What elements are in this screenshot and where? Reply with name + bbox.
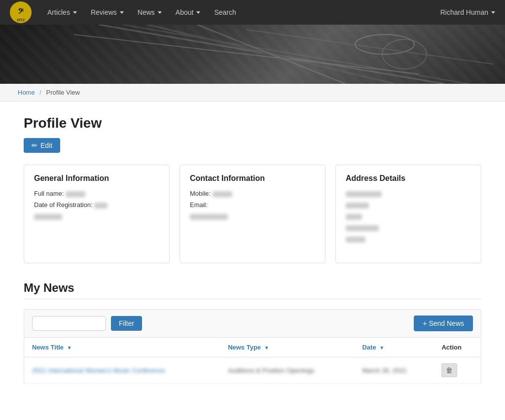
nav-news[interactable]: News <box>132 4 168 20</box>
reg-date-row: Date of Registration: <box>34 201 159 209</box>
address-line3-value <box>346 214 362 220</box>
email-row: Email: <box>190 201 315 209</box>
news-type-sort-icon: ▼ <box>264 345 269 350</box>
articles-caret-icon <box>73 11 77 14</box>
reg-date-label: Date of Registration: <box>34 201 93 209</box>
row-date: March 26, 2021 <box>354 357 433 384</box>
my-news-title: My News <box>24 281 481 295</box>
address-line1 <box>346 190 471 197</box>
user-name: Richard Human <box>440 8 488 16</box>
general-info-title: General Information <box>34 174 159 183</box>
email-label: Email: <box>190 201 208 209</box>
news-title-sort-icon: ▼ <box>67 345 72 350</box>
send-news-button[interactable]: + Send News <box>414 315 473 331</box>
reg-date-detail <box>34 212 159 220</box>
address-line5 <box>346 235 471 243</box>
nav-links: Articles Reviews News About Search <box>41 4 440 20</box>
full-name-row: Full name: <box>34 190 159 197</box>
address-details-card: Address Details <box>335 165 481 263</box>
address-line2 <box>346 201 471 209</box>
svg-line-6 <box>74 35 419 74</box>
col-news-type[interactable]: News Type ▼ <box>220 338 354 357</box>
row-type-value: Auditions & Position Openings <box>228 367 314 374</box>
filter-button[interactable]: Filter <box>111 316 142 331</box>
trash-icon: 🗑 <box>446 366 453 374</box>
full-name-value <box>66 191 85 197</box>
address-line5-value <box>346 237 365 243</box>
nav-search[interactable]: Search <box>208 4 242 20</box>
address-line2-value <box>346 203 369 209</box>
about-caret-icon <box>196 11 200 14</box>
nav-about[interactable]: About <box>170 4 207 20</box>
breadcrumb-current: Profile View <box>46 89 80 96</box>
section-divider <box>24 299 481 299</box>
nav-articles[interactable]: Articles <box>41 4 83 20</box>
general-info-card: General Information Full name: Date of R… <box>24 165 170 263</box>
profile-cards: General Information Full name: Date of R… <box>24 165 481 263</box>
mobile-row: Mobile: <box>190 190 315 197</box>
date-sort-icon: ▼ <box>379 345 384 350</box>
row-title: 2021 International Women's Music Confere… <box>24 357 220 384</box>
pencil-icon: ✏ <box>32 141 37 149</box>
row-title-link[interactable]: 2021 International Women's Music Confere… <box>32 367 165 374</box>
news-caret-icon <box>158 11 162 14</box>
hero-decoration <box>0 25 505 84</box>
address-line1-value <box>346 191 382 197</box>
user-caret-icon <box>491 11 495 14</box>
svg-line-4 <box>123 25 469 84</box>
col-date[interactable]: Date ▼ <box>354 338 433 357</box>
email-value <box>190 214 228 220</box>
full-name-label: Full name: <box>34 190 64 197</box>
table-header-row: News Title ▼ News Type ▼ Date ▼ Action <box>24 338 481 357</box>
col-news-title[interactable]: News Title ▼ <box>24 338 220 357</box>
mobile-value <box>213 191 232 197</box>
col-action: Action <box>433 338 481 357</box>
reviews-caret-icon <box>120 11 124 14</box>
breadcrumb: Home / Profile View <box>0 84 505 102</box>
row-action: 🗑 <box>433 357 481 384</box>
address-line4 <box>346 224 471 231</box>
address-details-title: Address Details <box>346 174 471 183</box>
svg-point-9 <box>355 35 414 54</box>
email-value-row <box>190 212 315 220</box>
nav-reviews[interactable]: Reviews <box>85 4 130 20</box>
news-search-input[interactable] <box>32 316 106 331</box>
delete-button[interactable]: 🗑 <box>441 363 457 377</box>
reg-date-detail-value <box>34 214 62 220</box>
breadcrumb-separator: / <box>39 89 41 96</box>
page-title: Profile View <box>24 115 481 131</box>
edit-button[interactable]: ✏ Edit <box>24 138 60 153</box>
navbar: 𝄢 OTJ Articles Reviews News About Search… <box>0 0 505 25</box>
address-line3 <box>346 212 471 220</box>
table-row: 2021 International Women's Music Confere… <box>24 357 481 384</box>
news-toolbar: Filter + Send News <box>24 309 481 338</box>
site-logo[interactable]: 𝄢 OTJ <box>10 1 32 23</box>
news-table: News Title ▼ News Type ▼ Date ▼ Action 2… <box>24 338 481 384</box>
svg-text:𝄢: 𝄢 <box>18 7 24 17</box>
main-content: Profile View ✏ Edit General Information … <box>6 102 499 397</box>
row-type: Auditions & Position Openings <box>220 357 354 384</box>
contact-info-card: Contact Information Mobile: Email: <box>180 165 325 263</box>
svg-text:OTJ: OTJ <box>17 18 25 22</box>
breadcrumb-home[interactable]: Home <box>18 89 35 96</box>
address-line4-value <box>346 225 379 231</box>
hero-image <box>0 25 505 84</box>
contact-info-title: Contact Information <box>190 174 315 183</box>
mobile-label: Mobile: <box>190 190 211 197</box>
row-date-value: March 26, 2021 <box>362 367 406 374</box>
reg-date-value <box>94 203 108 209</box>
user-menu[interactable]: Richard Human <box>440 8 495 16</box>
